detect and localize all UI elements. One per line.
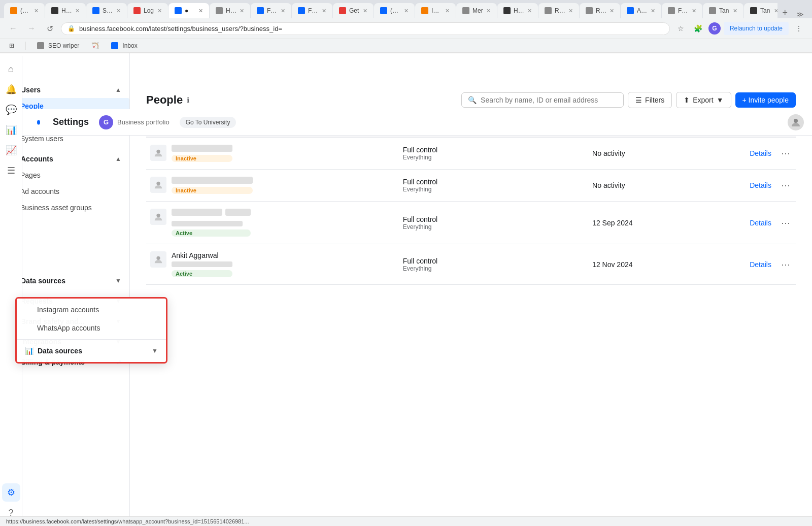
highlight-whatsapp-label: WhatsApp accounts: [37, 324, 100, 332]
tab-close[interactable]: ✕: [198, 8, 203, 14]
tab-close[interactable]: ✕: [568, 8, 573, 14]
search-box[interactable]: 🔍: [461, 92, 624, 108]
tab-overflow-button[interactable]: ≫: [792, 10, 808, 18]
tab-favicon: [10, 7, 17, 14]
row4-name-col: Ankit Aggarwal Active: [146, 251, 399, 277]
browser-tab-t13[interactable]: Heat ✕: [497, 3, 538, 18]
invite-people-button[interactable]: + Invite people: [735, 92, 796, 108]
tab-close[interactable]: ✕: [651, 8, 655, 14]
row2-access-col: Full control Everything: [399, 178, 588, 193]
bookmark-button[interactable]: ☆: [674, 21, 688, 36]
tab-label: Tan: [719, 7, 729, 14]
row2-more-button[interactable]: ⋯: [780, 177, 792, 193]
invite-label: + Invite people: [742, 96, 789, 104]
tab-close[interactable]: ✕: [733, 8, 737, 14]
row3-details-link[interactable]: Details: [750, 219, 771, 227]
page-info-icon[interactable]: ℹ: [187, 96, 189, 104]
row1-more-button[interactable]: ⋯: [780, 145, 792, 161]
back-button[interactable]: ←: [6, 21, 20, 36]
rail-messages[interactable]: 💬: [2, 101, 20, 119]
tab-close[interactable]: ✕: [116, 8, 121, 14]
tab-close[interactable]: ✕: [322, 8, 326, 14]
tab-close[interactable]: ✕: [157, 8, 162, 14]
row1-details-link[interactable]: Details: [750, 149, 771, 157]
tab-close[interactable]: ✕: [240, 8, 244, 14]
tab-close[interactable]: ✕: [404, 8, 409, 14]
browser-tab-t2[interactable]: Helt ✕: [45, 3, 86, 18]
highlight-instagram-accounts[interactable]: Instagram accounts: [17, 301, 166, 319]
header-title: Settings: [53, 117, 89, 127]
relaunch-button[interactable]: Relaunch to update: [724, 22, 789, 35]
app-header: Settings G Business portfolio Go To Univ…: [22, 109, 812, 136]
tab-close[interactable]: ✕: [610, 8, 614, 14]
browser-tab-t8[interactable]: Flow ✕: [292, 3, 332, 18]
browser-tab-t14[interactable]: Rea ✕: [538, 3, 579, 18]
browser-tab-t4[interactable]: Log ✕: [127, 3, 168, 18]
tab-close[interactable]: ✕: [281, 8, 285, 14]
export-button[interactable]: ⬆ Export ▼: [676, 92, 731, 108]
rail-home[interactable]: ⌂: [2, 60, 20, 78]
browser-tab-t12[interactable]: Mer ✕: [456, 3, 497, 18]
header-portfolio[interactable]: G Business portfolio: [99, 115, 170, 129]
tab-close[interactable]: ✕: [75, 8, 80, 14]
tab-close[interactable]: ✕: [692, 8, 696, 14]
tab-close[interactable]: ✕: [363, 8, 367, 14]
row4-more-button[interactable]: ⋯: [780, 256, 792, 273]
tab-label: Get: [349, 7, 359, 14]
browser-tab-t6[interactable]: How ✕: [210, 3, 250, 18]
address-bar[interactable]: 🔒 business.facebook.com/latest/settings/…: [61, 22, 670, 35]
rail-settings[interactable]: ⚙: [2, 483, 20, 502]
row3-more-button[interactable]: ⋯: [780, 215, 792, 231]
menu-button[interactable]: ⋮: [792, 21, 806, 36]
forward-button[interactable]: →: [24, 21, 39, 36]
extensions-button[interactable]: 🧩: [691, 21, 705, 36]
browser-tab-t1[interactable]: (63) ✕: [4, 3, 45, 18]
row3-details-col: Details: [715, 219, 775, 227]
row3-access-sub: Everything: [403, 223, 584, 231]
browser-tab-t19[interactable]: Tan ✕: [744, 3, 777, 18]
row1-access-label: Full control: [403, 146, 584, 154]
row2-access-label: Full control: [403, 178, 584, 186]
highlight-data-sources-header[interactable]: 📊 Data sources ▼: [17, 342, 166, 360]
highlight-whatsapp-accounts[interactable]: WhatsApp accounts: [17, 319, 166, 337]
search-input[interactable]: [481, 96, 617, 104]
export-chevron: ▼: [717, 96, 724, 104]
tab-label: Helt: [61, 7, 72, 14]
browser-tab-t7[interactable]: Flov ✕: [251, 3, 291, 18]
bookmark-seowritper[interactable]: SEO wriper: [34, 41, 82, 50]
highlight-data-sources-chevron: ▼: [152, 347, 158, 354]
apps-button[interactable]: ⊞: [6, 41, 17, 50]
browser-tab-t17[interactable]: Fuzz ✕: [662, 3, 702, 18]
rail-performance[interactable]: 📈: [2, 141, 20, 159]
browser-tab-t16[interactable]: Aria ✕: [621, 3, 661, 18]
user-avatar[interactable]: [788, 114, 804, 130]
tab-close[interactable]: ✕: [34, 8, 39, 14]
new-tab-button[interactable]: +: [778, 8, 792, 18]
sidebar-pages-label: Pages: [20, 171, 41, 179]
reload-button[interactable]: ↺: [43, 21, 57, 36]
profile-button[interactable]: G: [708, 22, 721, 35]
bookmark-inbox[interactable]: Inbox: [108, 41, 140, 50]
row4-details-link[interactable]: Details: [750, 260, 771, 269]
tab-close[interactable]: ✕: [774, 8, 777, 14]
row2-details-link[interactable]: Details: [750, 181, 771, 189]
bookmark-arrow[interactable]: 🏹: [88, 41, 102, 50]
browser-tab-t9[interactable]: Get ✕: [333, 3, 374, 18]
tab-close[interactable]: ✕: [527, 8, 532, 14]
row2-more-col: ⋯: [775, 177, 796, 193]
tab-close[interactable]: ✕: [486, 8, 491, 14]
browser-tab-t18[interactable]: Tan ✕: [703, 3, 743, 18]
browser-tab-t3[interactable]: Sett ✕: [86, 3, 127, 18]
rail-notifications[interactable]: 🔔: [2, 80, 20, 98]
browser-chrome: (63) ✕ Helt ✕ Sett ✕ Log ✕ ● ✕ How ✕ Flo…: [0, 0, 812, 53]
tab-favicon: [709, 7, 716, 14]
highlight-instagram-label: Instagram accounts: [37, 306, 99, 314]
tab-close[interactable]: ✕: [445, 8, 450, 14]
browser-tab-t5[interactable]: ● ✕: [168, 3, 209, 18]
filters-button[interactable]: ☰ Filters: [628, 92, 672, 108]
browser-tab-t10[interactable]: (35) ✕: [374, 3, 415, 18]
browser-tab-t15[interactable]: Real ✕: [580, 3, 620, 18]
rail-analytics[interactable]: 📊: [2, 121, 20, 139]
browser-tab-t11[interactable]: Inbo ✕: [415, 3, 456, 18]
rail-menu[interactable]: ☰: [2, 161, 20, 180]
